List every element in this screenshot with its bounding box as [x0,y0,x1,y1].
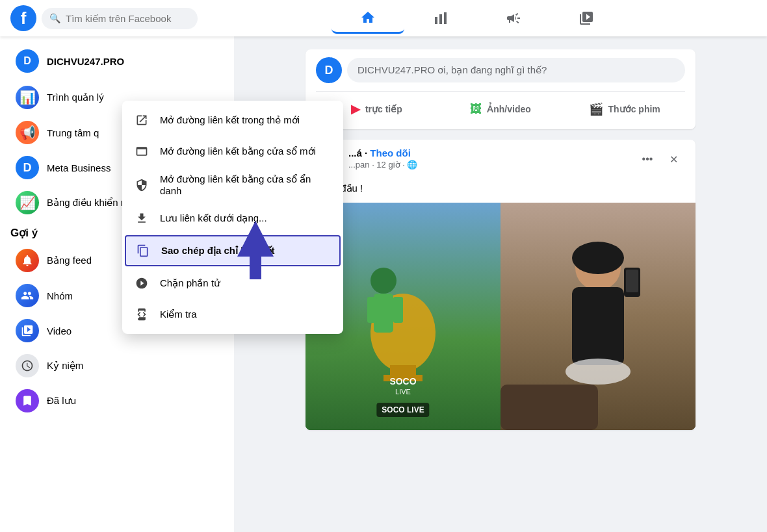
context-label-block: Chặn phần tử [160,277,220,289]
sidebar-label-meta: Meta Business [47,162,110,173]
suggest-label-saved: Đã lưu [47,395,76,407]
suggest-label-feed: Bảng feed [47,255,92,266]
photo-label: Ảnh/video [487,104,531,114]
post-user-info: ...á · Theo dõi ...pan · 12 giờ · 🌐 [348,147,629,170]
create-post-box: D DICHVU247.PRO ơi, bạn đang nghĩ gì thế… [306,49,696,129]
context-inspect[interactable]: Kiểm tra [122,299,343,330]
context-label-save-link: Lưu liên kết dưới dạng... [160,212,267,224]
context-label-new-window: Mở đường liên kết bằng cửa sổ mới [160,146,316,157]
nav-chart-button[interactable] [404,3,477,34]
post-text: ...bắt đầu ! [306,181,696,203]
feed-post: D ...á · Theo dõi ...pan · 12 giờ · 🌐 ••… [306,140,696,430]
context-label-inspect: Kiểm tra [160,309,197,320]
nav-megaphone-button[interactable] [477,3,550,34]
svg-point-16 [572,242,624,274]
post-image-collage: SOCO LIVE SOCO LIVE [306,203,696,430]
svg-rect-11 [367,297,377,323]
top-navigation: f 🔍 [0,0,767,36]
post-actions: ▶ trực tiếp 🖼 Ảnh/video 🎬 Thước phim [316,91,685,121]
suggest-label-nhom: Nhóm [47,290,73,301]
post-more-button[interactable]: ••• [636,147,659,171]
new-tab-icon [133,111,151,129]
context-open-incognito[interactable]: Mở đường liên kết bằng cửa sổ ẩn danh [122,167,343,203]
search-input[interactable] [66,13,190,24]
context-menu: Mở đường liên kết trong thẻ mới Mở đường… [122,101,343,334]
bangdieu-icon: 📈 [16,191,39,214]
context-label-incognito: Mở đường liên kết bằng cửa sổ ẩn danh [160,173,333,196]
feed-column: D DICHVU247.PRO ơi, bạn đang nghĩ gì thế… [306,49,696,440]
context-block-element[interactable]: Chặn phần tử [122,268,343,299]
context-save-link[interactable]: Lưu liên kết dưới dạng... [122,203,343,234]
inspect-icon [133,305,151,323]
svg-rect-1 [439,14,442,24]
context-open-new-window[interactable]: Mở đường liên kết bằng cửa sổ mới [122,136,343,167]
sidebar-label-trungtam: Trung tâm q [47,127,99,138]
post-header: D ...á · Theo dõi ...pan · 12 giờ · 🌐 ••… [306,140,696,181]
post-avatar: D [316,57,342,83]
save-link-icon [133,209,151,227]
post-image-right [500,203,696,430]
post-actions-right: ••• ✕ [636,147,685,171]
post-close-button[interactable]: ✕ [662,147,685,171]
context-label-copy-link: Sao chép địa chỉ liên kết [161,245,275,257]
context-copy-link[interactable]: Sao chép địa chỉ liên kết [125,235,341,266]
svg-text:SOCO: SOCO [389,376,416,386]
feed-icon [16,249,39,272]
new-window-icon [133,142,151,160]
follow-tag[interactable]: Theo dõi [370,147,411,158]
post-input-box[interactable]: DICHVU247.PRO ơi, bạn đang nghĩ gì thế? [347,58,685,82]
memory-icon [16,354,39,377]
context-open-new-tab[interactable]: Mở đường liên kết trong thẻ mới [122,105,343,136]
svg-rect-14 [500,385,598,430]
svg-rect-17 [572,287,624,365]
trungtam-icon: 📢 [16,121,39,144]
svg-rect-2 [444,12,447,24]
search-icon: 🔍 [49,13,60,23]
search-box[interactable]: 🔍 [42,8,198,29]
video-icon [16,319,39,342]
nav-icons [198,3,757,34]
avatar: D [16,49,39,73]
svg-rect-12 [393,297,403,323]
suggest-item-kyniem[interactable]: Kỷ niệm [5,349,229,383]
svg-rect-19 [626,270,638,292]
photo-video-button[interactable]: 🖼 Ảnh/video [440,97,562,121]
profile-name: DICHVU247.PRO [47,56,124,67]
facebook-logo: f [10,5,36,31]
meta-icon: D [16,156,39,179]
movie-icon: 🎬 [589,102,603,116]
movie-label: Thước phim [608,104,660,114]
suggest-item-saved[interactable]: Đã lưu [5,384,229,418]
svg-text:LIVE: LIVE [395,388,411,396]
copy-link-icon [134,242,152,260]
manager-icon: 📊 [16,86,39,109]
sidebar-label-manager: Trình quản lý [47,92,104,103]
block-element-icon [133,274,151,292]
incognito-icon [133,176,151,194]
post-meta: ...pan · 12 giờ · 🌐 [348,160,629,170]
saved-icon [16,389,39,412]
live-label: trực tiếp [365,104,402,114]
live-icon: ▶ [351,102,360,116]
create-post-top: D DICHVU247.PRO ơi, bạn đang nghĩ gì thế… [316,57,685,83]
nav-video-button[interactable] [550,3,623,34]
svg-point-9 [370,268,396,294]
post-author-name: ...á · Theo dõi [348,147,629,158]
svg-point-20 [566,359,630,385]
group-icon [16,284,39,307]
suggest-label-kyniem: Kỷ niệm [47,360,83,372]
suggest-label-video: Video [47,325,72,336]
svg-rect-0 [435,17,437,24]
photo-icon: 🖼 [470,103,482,116]
movie-button[interactable]: 🎬 Thước phim [564,97,685,121]
context-label-new-tab: Mở đường liên kết trong thẻ mới [160,114,300,126]
nav-home-button[interactable] [332,3,404,34]
soco-logo: SOCO LIVE [376,403,429,417]
sidebar-profile[interactable]: D DICHVU247.PRO [5,44,229,78]
